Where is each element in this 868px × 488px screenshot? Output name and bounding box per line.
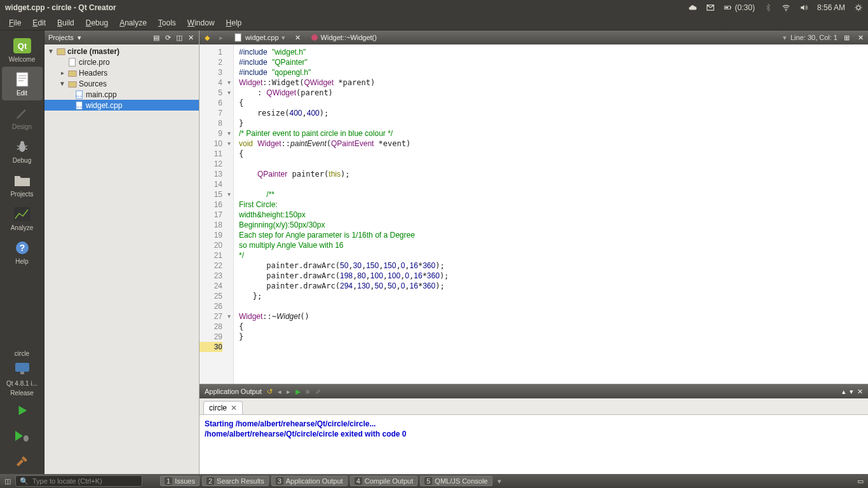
tree-sources[interactable]: ▼Sources <box>44 78 199 89</box>
dropdown-icon[interactable]: ▾ <box>78 34 81 42</box>
output-stop-icon[interactable]: ■ <box>306 388 310 395</box>
battery-icon[interactable]: (0:30) <box>724 3 755 12</box>
volume-icon[interactable] <box>799 3 808 12</box>
tab-search-results[interactable]: 2Search Results <box>202 476 269 486</box>
clock-text[interactable]: 8:56 AM <box>817 3 845 12</box>
svg-point-12 <box>20 141 24 145</box>
panes-icon[interactable]: ◫ <box>3 476 13 486</box>
kit-version: Qt 4.8.1 i... <box>0 379 44 388</box>
svg-rect-7 <box>17 72 28 86</box>
svg-rect-2 <box>725 7 728 8</box>
menu-window[interactable]: Window <box>182 17 220 29</box>
mode-debug[interactable]: Debug <box>2 134 43 168</box>
file-tab[interactable]: widget.cpp▾ <box>230 33 289 42</box>
svg-point-4 <box>857 6 860 10</box>
progress-icon[interactable]: ▭ <box>855 476 865 486</box>
output-run-icon[interactable]: ▶ <box>295 388 301 396</box>
debug-run-button[interactable] <box>2 423 43 449</box>
output-prev-icon[interactable]: ◂ <box>278 388 281 396</box>
tabs-dropdown-icon[interactable]: ▾ <box>498 477 501 485</box>
split-icon[interactable]: ◫ <box>175 33 184 42</box>
menu-debug[interactable]: Debug <box>81 17 113 29</box>
battery-text: (0:30) <box>735 3 755 12</box>
fold-gutter[interactable]: ▾▾ ▾▾ ▾ ▾ <box>225 44 234 384</box>
output-line-1: Starting /home/albert/rehearse/Qt/circle… <box>205 419 863 429</box>
svg-rect-16 <box>15 363 29 372</box>
kit-selector[interactable] <box>2 358 43 379</box>
output-rerun-icon[interactable]: ↺ <box>267 388 273 396</box>
mode-welcome[interactable]: Qt Welcome <box>2 33 43 67</box>
mail-icon[interactable] <box>706 3 715 12</box>
tab-qml-console[interactable]: 5QML/JS Console <box>420 476 492 486</box>
close-tab-icon[interactable]: ✕ <box>231 403 237 412</box>
tab-compile-output[interactable]: 4Compile Output <box>350 476 418 486</box>
svg-rect-17 <box>20 372 24 374</box>
close-editor-icon[interactable]: ✕ <box>855 32 865 43</box>
window-title: widget.cpp - circle - Qt Creator <box>5 3 116 12</box>
mode-design[interactable]: Design <box>2 100 43 134</box>
project-tree[interactable]: ▼circle (master) circle.pro ▸Headers ▼So… <box>44 44 199 474</box>
bug-icon <box>12 138 32 156</box>
output-line-2: /home/albert/rehearse/Qt/circle/circle e… <box>205 429 863 439</box>
search-icon: 🔍 <box>20 477 29 485</box>
menu-edit[interactable]: Edit <box>27 17 51 29</box>
mode-help[interactable]: ? Help <box>2 235 43 269</box>
svg-rect-19 <box>57 48 65 55</box>
menu-file[interactable]: File <box>4 17 26 29</box>
tree-pro-file[interactable]: circle.pro <box>44 57 199 67</box>
svg-rect-20 <box>69 58 76 65</box>
output-close-icon[interactable]: ✕ <box>857 388 863 396</box>
tree-root[interactable]: ▼circle (master) <box>44 46 199 57</box>
code-editor[interactable]: 1234567891011121314151617181920212223242… <box>200 44 868 384</box>
output-attach-icon[interactable]: ⬈ <box>315 388 321 396</box>
kit-build: Release <box>0 388 44 398</box>
symbol-tab[interactable]: Widget::~Widget() <box>307 34 381 41</box>
graph-icon <box>12 205 32 223</box>
tab-issues[interactable]: 1Issues <box>160 476 200 486</box>
menu-build[interactable]: Build <box>52 17 79 29</box>
mode-projects[interactable]: Projects <box>2 168 43 201</box>
close-panel-icon[interactable]: ✕ <box>186 33 195 42</box>
mode-edit[interactable]: Edit <box>2 67 43 100</box>
run-button[interactable] <box>2 398 43 423</box>
output-min-icon[interactable]: ▾ <box>850 388 853 396</box>
cloud-icon[interactable] <box>688 3 697 12</box>
locator-placeholder: Type to locate (Ctrl+K) <box>32 477 102 485</box>
tab-application-output[interactable]: 3Application Output <box>271 476 348 486</box>
output-max-icon[interactable]: ▴ <box>842 388 846 396</box>
tree-widget-cpp[interactable]: c++widget.cpp <box>44 100 199 111</box>
svg-point-3 <box>785 10 787 11</box>
svg-rect-21 <box>69 71 76 76</box>
sync-icon[interactable]: ⟳ <box>163 33 172 42</box>
build-button[interactable] <box>2 449 43 474</box>
output-tab-circle[interactable]: circle✕ <box>203 401 243 414</box>
bluetooth-icon[interactable] <box>764 3 773 12</box>
tree-headers[interactable]: ▸Headers <box>44 67 199 78</box>
folder-icon <box>12 172 32 189</box>
menu-help[interactable]: Help <box>221 17 247 29</box>
kit-project: circle <box>0 349 44 358</box>
code-text[interactable]: #include "widget.h" #include "QPainter" … <box>234 44 868 384</box>
menu-analyze[interactable]: Analyze <box>114 17 152 29</box>
tree-main-cpp[interactable]: c++main.cpp <box>44 89 199 100</box>
menu-tools[interactable]: Tools <box>153 17 181 29</box>
power-icon[interactable] <box>854 3 863 12</box>
lock-icon[interactable]: ✕ <box>293 32 303 43</box>
filter-icon[interactable]: ▤ <box>152 33 161 42</box>
locator-input[interactable]: 🔍 Type to locate (Ctrl+K) <box>15 475 142 487</box>
mode-analyze[interactable]: Analyze <box>2 201 43 235</box>
document-icon <box>12 71 32 88</box>
output-next-icon[interactable]: ▸ <box>287 388 290 396</box>
svg-text:?: ? <box>19 243 25 253</box>
wifi-icon[interactable] <box>782 3 790 12</box>
output-text[interactable]: Starting /home/albert/rehearse/Qt/circle… <box>200 415 868 474</box>
output-title: Application Output <box>205 388 262 395</box>
monitor-icon <box>12 360 32 377</box>
svg-rect-27 <box>235 34 241 41</box>
line-gutter: 1234567891011121314151617181920212223242… <box>200 44 225 384</box>
nav-back-icon[interactable]: ◆ <box>202 32 212 43</box>
pencil-icon <box>12 104 32 122</box>
projects-header-label: Projects <box>48 34 74 41</box>
nav-forward-icon[interactable]: ▸ <box>216 32 226 43</box>
split-editor-icon[interactable]: ⊞ <box>841 32 851 43</box>
